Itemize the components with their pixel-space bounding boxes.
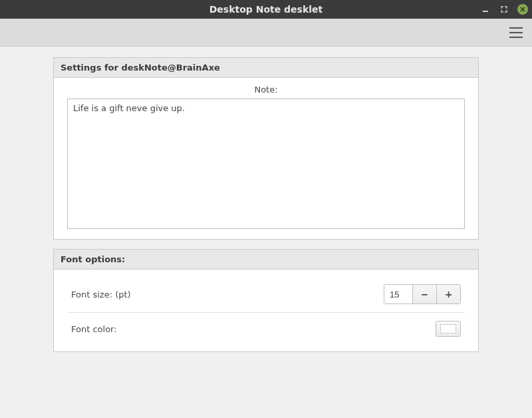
font-color-swatch bbox=[440, 324, 456, 333]
close-button[interactable] bbox=[517, 4, 528, 15]
settings-panel-header: Settings for deskNote@BrainAxe bbox=[54, 58, 478, 78]
settings-panel-body: Note: bbox=[54, 78, 478, 239]
window-title: Desktop Note desklet bbox=[209, 4, 323, 15]
close-icon bbox=[519, 6, 526, 13]
note-textarea[interactable] bbox=[67, 99, 465, 229]
note-label: Note: bbox=[54, 78, 478, 99]
font-size-increment[interactable]: + bbox=[436, 285, 460, 304]
font-size-row: Font size: (pt) − + bbox=[67, 276, 465, 312]
content: Settings for deskNote@BrainAxe Note: Fon… bbox=[0, 47, 532, 352]
minimize-button[interactable] bbox=[480, 4, 491, 15]
toolbar bbox=[0, 19, 532, 47]
plus-icon: + bbox=[445, 289, 453, 300]
font-color-label: Font color: bbox=[71, 324, 117, 334]
svg-rect-0 bbox=[483, 11, 488, 12]
maximize-icon bbox=[501, 6, 507, 13]
titlebar: Desktop Note desklet bbox=[0, 0, 532, 19]
maximize-button[interactable] bbox=[499, 4, 509, 15]
font-size-decrement[interactable]: − bbox=[412, 285, 436, 304]
minus-icon: − bbox=[421, 289, 429, 300]
menu-button[interactable] bbox=[509, 27, 523, 38]
font-options-header: Font options: bbox=[54, 250, 478, 270]
font-color-button[interactable] bbox=[436, 321, 461, 337]
font-size-stepper: − + bbox=[384, 284, 461, 304]
font-color-row: Font color: bbox=[67, 312, 465, 345]
minimize-icon bbox=[482, 6, 489, 13]
font-options-panel: Font options: Font size: (pt) − + Font c… bbox=[53, 249, 479, 352]
font-size-input[interactable] bbox=[384, 285, 412, 304]
settings-panel: Settings for deskNote@BrainAxe Note: bbox=[53, 57, 479, 240]
window-controls bbox=[480, 0, 528, 19]
font-options-body: Font size: (pt) − + Font color: bbox=[54, 270, 478, 351]
font-size-label: Font size: (pt) bbox=[71, 290, 131, 300]
hamburger-icon bbox=[509, 27, 523, 29]
